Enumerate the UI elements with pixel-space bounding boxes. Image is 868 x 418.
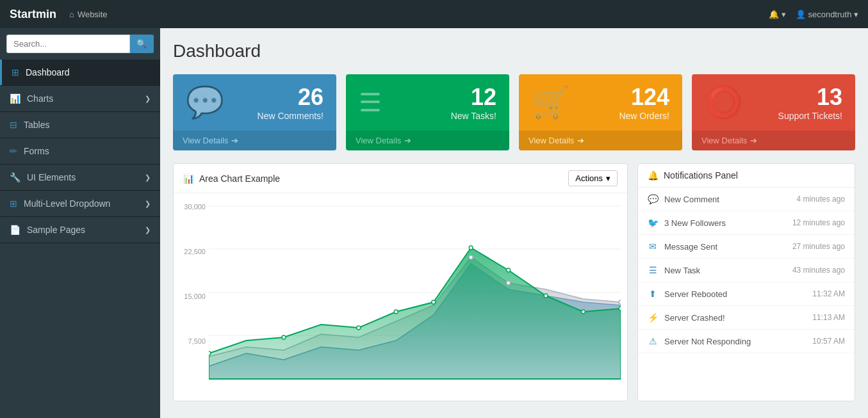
comments-view-details[interactable]: View Details ➔	[183, 136, 238, 145]
chart-point-gray	[507, 281, 511, 285]
notif-icon-message: ✉	[648, 241, 658, 252]
chart-point	[619, 307, 621, 310]
sidebar-item-dashboard[interactable]: ⊞ Dashboard	[0, 60, 160, 86]
sidebar-item-ui-elements[interactable]: 🔧 UI Elements ❯	[0, 165, 160, 191]
tickets-number: 13	[778, 84, 842, 111]
notif-time-task: 43 minutes ago	[792, 266, 845, 275]
comments-label: New Comments!	[258, 111, 323, 121]
sidebar-item-charts[interactable]: 📊 Charts ❯	[0, 86, 160, 112]
chart-icon: 📊	[183, 173, 194, 184]
orders-view-details[interactable]: View Details ➔	[528, 136, 584, 145]
notif-item-new-comment: 💬 New Comment 4 minutes ago	[638, 188, 855, 211]
chart-point	[432, 300, 436, 304]
y-label-22500: 22,500	[180, 248, 206, 255]
green-area	[209, 248, 621, 379]
chart-point	[209, 351, 211, 355]
chart-point	[507, 268, 511, 272]
sidebar-label-dashboard: Dashboard	[26, 67, 70, 77]
stat-card-tasks: ☰ 12 New Tasks! View Details ➔	[346, 74, 509, 150]
tasks-number: 12	[451, 84, 496, 111]
chart-panel: 📊 Area Chart Example Actions ▾ 30,000	[173, 163, 628, 401]
tasks-label: New Tasks!	[451, 111, 496, 121]
notif-label-crashed: Server Crashed!	[664, 313, 725, 323]
tickets-view-details[interactable]: View Details ➔	[701, 136, 757, 145]
notif-label-rebooted: Server Rebooted	[664, 289, 727, 299]
bell-button[interactable]: 🔔 ▾	[769, 10, 786, 19]
search-button[interactable]: 🔍	[130, 35, 154, 53]
notifications-bell-icon: 🔔	[648, 170, 659, 181]
actions-button[interactable]: Actions ▾	[568, 170, 618, 186]
notif-time-followers: 12 minutes ago	[792, 218, 845, 227]
chart-point	[357, 326, 361, 330]
sidebar-label-charts: Charts	[27, 93, 53, 104]
tasks-view-details[interactable]: View Details ➔	[356, 136, 411, 145]
sidebar-item-sample-pages[interactable]: 📄 Sample Pages ❯	[0, 217, 160, 243]
notif-icon-comment: 💬	[648, 194, 658, 204]
chart-point	[469, 246, 473, 250]
notif-time-message: 27 minutes ago	[792, 242, 845, 251]
sidebar-label-multi-level: Multi-Level Dropdown	[24, 198, 110, 209]
sidebar-label-ui-elements: UI Elements	[27, 172, 76, 182]
brand-logo[interactable]: Startmin	[10, 8, 56, 21]
topnav-left: Startmin ⌂ Website	[10, 8, 108, 21]
sidebar-item-multi-level[interactable]: ⊞ Multi-Level Dropdown ❯	[0, 191, 160, 217]
notif-item-server-rebooted: ⬆ Server Rebooted 11:32 AM	[638, 282, 855, 306]
chevron-icon-sp: ❯	[145, 226, 151, 234]
notif-item-server-not-responding: ⚠ Server Not Responding 10:57 AM	[638, 330, 855, 353]
sidebar: 🔍 ⊞ Dashboard 📊 Charts ❯	[0, 28, 160, 418]
dashboard-icon: ⊞	[12, 67, 19, 77]
sidebar-label-forms: Forms	[24, 146, 49, 156]
notif-icon-crashed: ⚡	[648, 312, 658, 323]
chart-point-gray	[469, 255, 473, 259]
main-layout: 🔍 ⊞ Dashboard 📊 Charts ❯	[0, 28, 868, 418]
sidebar-label-tables: Tables	[24, 120, 49, 130]
multi-level-icon: ⊞	[10, 198, 17, 209]
notif-label-followers: 3 New Followers	[664, 218, 726, 228]
chart-point	[394, 310, 398, 314]
y-axis-labels: 30,000 22,500 15,000 7,500	[180, 200, 209, 392]
orders-label: New Orders!	[619, 111, 669, 121]
chevron-icon-ui: ❯	[145, 173, 151, 182]
chart-point	[282, 335, 286, 339]
notif-item-new-task: ☰ New Task 43 minutes ago	[638, 259, 855, 282]
stat-card-orders: 🛒 124 New Orders! View Details ➔	[519, 74, 682, 150]
notif-item-server-crashed: ⚡ Server Crashed! 11:13 AM	[638, 306, 855, 330]
sidebar-item-forms[interactable]: ✏ Forms	[0, 138, 160, 165]
notif-time-rebooted: 11:32 AM	[812, 289, 845, 298]
notifications-title: Notifications Panel	[664, 170, 738, 181]
stat-cards-grid: 💬 26 New Comments! View Details ➔ ☰	[173, 74, 855, 150]
notifications-panel: 🔔 Notifications Panel 💬 New Comment 4 mi…	[637, 163, 855, 401]
notif-time-not-responding: 10:57 AM	[812, 337, 845, 346]
chart-point	[544, 294, 548, 298]
notif-item-message: ✉ Message Sent 27 minutes ago	[638, 235, 855, 259]
notif-item-followers: 🐦 3 New Followers 12 minutes ago	[638, 211, 855, 235]
tasks-icon: ☰	[359, 88, 382, 117]
sidebar-item-tables[interactable]: ⊟ Tables	[0, 112, 160, 138]
notif-label-message: Message Sent	[664, 242, 717, 252]
notif-time-crashed: 11:13 AM	[812, 313, 845, 322]
y-label-15000: 15,000	[180, 293, 206, 300]
chart-point	[582, 310, 585, 314]
top-navbar: Startmin ⌂ Website 🔔 ▾ 👤 secondtruth ▾	[0, 0, 868, 28]
sidebar-nav: ⊞ Dashboard 📊 Charts ❯ ⊟	[0, 60, 160, 243]
page-title: Dashboard	[173, 41, 855, 61]
stat-card-tickets: ⭕ 13 Support Tickets! View Details ➔	[692, 74, 855, 150]
chart-point-gray	[619, 300, 621, 304]
sample-pages-icon: 📄	[10, 225, 20, 235]
chevron-icon-ml: ❯	[145, 200, 151, 208]
home-icon: ⌂	[69, 10, 74, 19]
notif-icon-task: ☰	[648, 265, 658, 275]
comments-icon: 💬	[186, 84, 224, 120]
y-label-7500: 7,500	[180, 337, 206, 345]
tables-icon: ⊟	[10, 120, 17, 130]
notif-icon-not-responding: ⚠	[648, 336, 658, 346]
chart-title: 📊 Area Chart Example	[183, 173, 280, 184]
user-menu[interactable]: 👤 secondtruth ▾	[796, 10, 858, 19]
stat-card-comments: 💬 26 New Comments! View Details ➔	[173, 74, 336, 150]
notif-time-comment: 4 minutes ago	[797, 195, 845, 204]
chevron-icon: ❯	[145, 95, 151, 103]
website-link[interactable]: ⌂ Website	[69, 10, 108, 19]
notif-icon-followers: 🐦	[648, 218, 658, 228]
notifications-list: 💬 New Comment 4 minutes ago 🐦 3 New Foll…	[638, 188, 855, 353]
search-input[interactable]	[6, 35, 130, 53]
